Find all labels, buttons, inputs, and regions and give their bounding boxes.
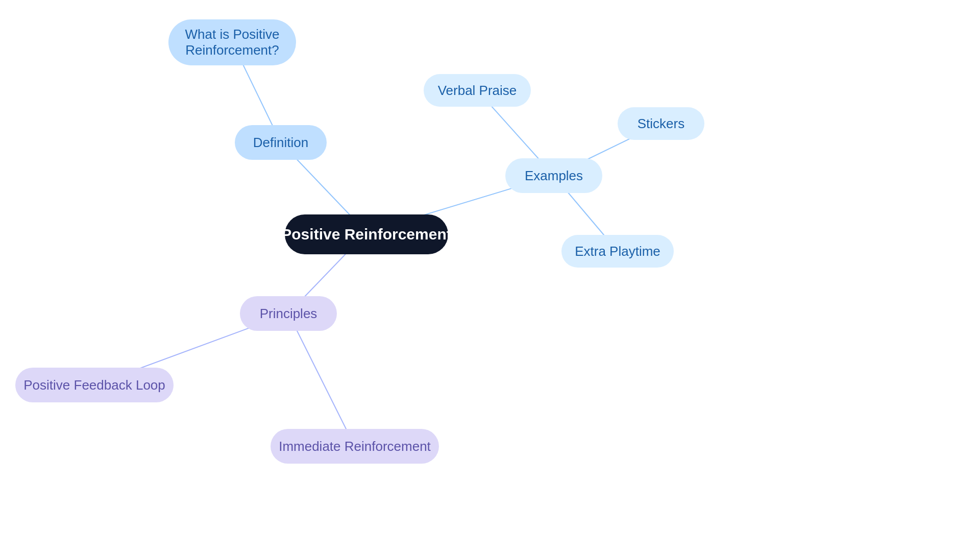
node-what-is[interactable]: What is PositiveReinforcement?: [168, 19, 296, 65]
node-positive-feedback[interactable]: Positive Feedback Loop: [15, 368, 174, 402]
node-immediate-reinforcement[interactable]: Immediate Reinforcement: [271, 429, 439, 464]
node-center[interactable]: Positive Reinforcement: [285, 214, 448, 254]
node-verbal-praise[interactable]: Verbal Praise: [424, 74, 531, 107]
svg-line-8: [288, 314, 355, 446]
node-stickers[interactable]: Stickers: [618, 107, 704, 140]
node-principles[interactable]: Principles: [240, 296, 337, 331]
node-extra-playtime[interactable]: Extra Playtime: [561, 235, 674, 268]
node-definition[interactable]: Definition: [235, 125, 327, 160]
node-examples[interactable]: Examples: [505, 158, 602, 193]
